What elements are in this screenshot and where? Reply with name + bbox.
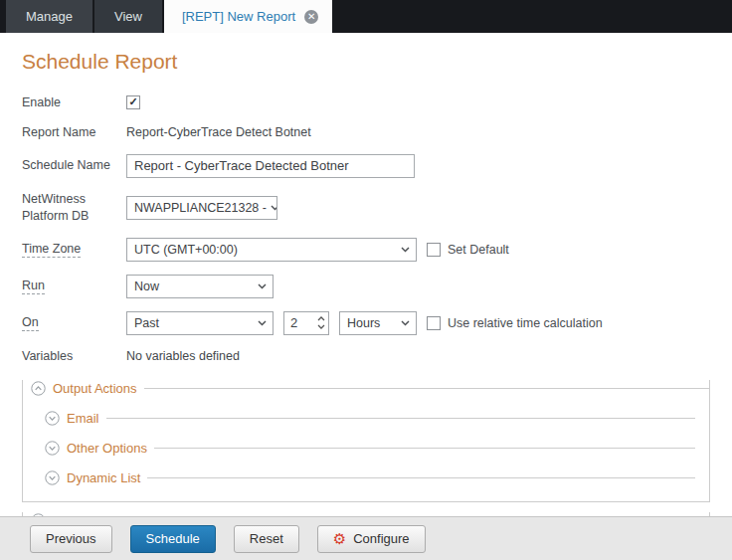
tab-manage-label: Manage — [26, 9, 73, 24]
app-window: Manage View [REPT] New Report ✕ Schedule… — [0, 0, 732, 560]
tab-view[interactable]: View — [94, 0, 162, 33]
dropdown-arrow-icon — [401, 320, 410, 326]
on-row: On Past 2 — [22, 311, 710, 335]
set-default-checkbox[interactable] — [427, 243, 441, 257]
schedule-report-panel: Schedule Report Enable ✓ Report Name Rep… — [0, 33, 732, 516]
on-unit-select-value: Hours — [347, 316, 380, 330]
dropdown-arrow-icon — [258, 320, 267, 326]
spinner-down-icon[interactable] — [317, 324, 325, 329]
on-range-select-value: Past — [134, 316, 159, 330]
report-name-value: Report-CyberTrace Detect Botnet — [126, 125, 311, 139]
timezone-select-value: UTC (GMT+00:00) — [134, 243, 238, 257]
checkmark-icon: ✓ — [128, 96, 137, 107]
on-label: On — [22, 314, 126, 331]
set-default-label: Set Default — [448, 243, 509, 257]
relative-time-label: Use relative time calculation — [448, 316, 603, 330]
section-divider-line — [147, 477, 695, 478]
timezone-select[interactable]: UTC (GMT+00:00) — [126, 238, 417, 262]
chevron-down-circle-icon[interactable] — [45, 470, 60, 485]
output-actions-title: Output Actions — [53, 381, 137, 396]
tab-manage[interactable]: Manage — [6, 0, 92, 33]
on-range-select[interactable]: Past — [126, 311, 274, 335]
dynamic-list-section-header[interactable]: Dynamic List — [45, 469, 695, 485]
dynamic-list-section-title: Dynamic List — [67, 470, 140, 485]
variables-label: Variables — [22, 348, 126, 365]
schedule-name-input[interactable] — [126, 154, 415, 178]
on-count-input[interactable]: 2 — [283, 311, 329, 335]
output-actions-section: Output Actions Email Other Options — [22, 380, 710, 502]
on-count-value: 2 — [284, 312, 313, 334]
chevron-down-circle-icon[interactable] — [45, 411, 60, 426]
gear-icon: ⚙ — [333, 531, 346, 546]
run-label: Run — [22, 278, 126, 294]
schedule-name-label: Schedule Name — [22, 157, 126, 174]
other-options-section-title: Other Options — [67, 441, 147, 456]
timezone-label: Time Zone — [22, 241, 126, 258]
run-row: Run Now — [22, 275, 710, 298]
platform-db-label: NetWitness Platform DB — [22, 191, 126, 225]
dropdown-arrow-icon — [401, 247, 410, 253]
enable-row: Enable ✓ — [22, 94, 710, 111]
tab-bar: Manage View [REPT] New Report ✕ — [0, 0, 732, 33]
variables-value: No variables defined — [126, 349, 240, 363]
run-select-value: Now — [134, 280, 159, 293]
dropdown-arrow-icon — [271, 205, 277, 211]
tab-new-report[interactable]: [REPT] New Report ✕ — [164, 0, 332, 33]
variables-row: Variables No variables defined — [22, 348, 710, 365]
report-name-row: Report Name Report-CyberTrace Detect Bot… — [22, 124, 710, 141]
timezone-row: Time Zone UTC (GMT+00:00) Set Default — [22, 238, 710, 262]
output-actions-header[interactable]: Output Actions — [23, 380, 709, 396]
footer-bar: Previous Schedule Reset ⚙ Configure — [0, 516, 732, 560]
other-options-section-header[interactable]: Other Options — [45, 440, 695, 456]
email-section-title: Email — [67, 411, 99, 426]
spinner-up-icon[interactable] — [317, 316, 325, 321]
relative-time-checkbox[interactable] — [427, 316, 441, 330]
run-select[interactable]: Now — [126, 275, 274, 298]
reset-button[interactable]: Reset — [234, 525, 299, 553]
tab-close-icon[interactable]: ✕ — [304, 10, 318, 24]
set-default-group: Set Default — [427, 243, 509, 257]
relative-time-group: Use relative time calculation — [427, 316, 603, 330]
section-divider-line — [144, 388, 709, 389]
tab-new-report-label: [REPT] New Report — [182, 9, 295, 24]
chevron-down-circle-icon[interactable] — [45, 441, 60, 456]
configure-button[interactable]: ⚙ Configure — [317, 525, 426, 553]
previous-button[interactable]: Previous — [30, 525, 112, 553]
on-unit-select[interactable]: Hours — [339, 311, 417, 335]
platform-db-row: NetWitness Platform DB NWAPPLIANCE21328 … — [22, 191, 710, 225]
schedule-button[interactable]: Schedule — [130, 525, 216, 553]
number-spinner — [313, 312, 328, 334]
dropdown-arrow-icon — [258, 283, 267, 289]
configure-button-label: Configure — [353, 531, 409, 546]
chevron-up-circle-icon[interactable] — [31, 381, 46, 396]
email-section-header[interactable]: Email — [45, 410, 695, 426]
section-divider-line — [154, 448, 695, 449]
enable-label: Enable — [22, 94, 126, 111]
platform-db-select[interactable]: NWAPPLIANCE21328 - — [126, 196, 277, 220]
report-name-label: Report Name — [22, 124, 126, 141]
tab-bar-filler — [334, 0, 732, 33]
enable-checkbox[interactable]: ✓ — [126, 95, 140, 109]
section-divider-line — [106, 418, 695, 419]
platform-db-select-value: NWAPPLIANCE21328 - — [134, 201, 267, 215]
page-title: Schedule Report — [22, 50, 710, 74]
schedule-name-row: Schedule Name — [22, 154, 710, 178]
tab-view-label: View — [114, 9, 142, 24]
